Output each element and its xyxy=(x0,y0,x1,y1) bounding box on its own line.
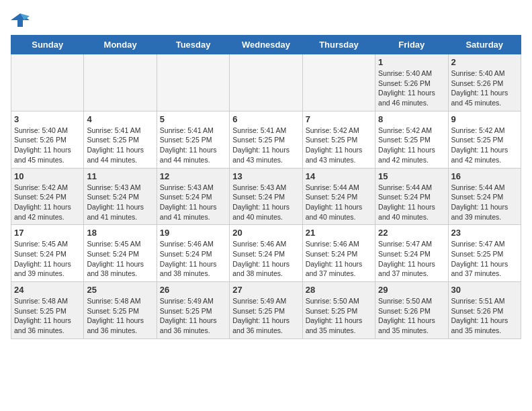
day-number: 20 xyxy=(232,228,299,238)
day-number: 9 xyxy=(451,114,518,124)
calendar-cell: 15Sunrise: 5:44 AM Sunset: 5:24 PM Dayli… xyxy=(375,168,448,225)
calendar-cell: 2Sunrise: 5:40 AM Sunset: 5:26 PM Daylig… xyxy=(448,54,521,111)
day-number: 12 xyxy=(160,171,226,181)
day-info: Sunrise: 5:41 AM Sunset: 5:25 PM Dayligh… xyxy=(87,126,153,165)
calendar-cell xyxy=(302,54,375,111)
page-header xyxy=(11,11,521,30)
day-info: Sunrise: 5:42 AM Sunset: 5:25 PM Dayligh… xyxy=(451,126,518,165)
day-number: 13 xyxy=(232,171,299,181)
day-number: 18 xyxy=(87,228,153,238)
weekday-header-friday: Friday xyxy=(375,36,448,54)
day-info: Sunrise: 5:40 AM Sunset: 5:26 PM Dayligh… xyxy=(14,126,81,165)
calendar-cell xyxy=(157,54,229,111)
calendar-cell: 29Sunrise: 5:50 AM Sunset: 5:26 PM Dayli… xyxy=(375,282,448,339)
day-info: Sunrise: 5:40 AM Sunset: 5:26 PM Dayligh… xyxy=(378,68,445,108)
calendar-cell xyxy=(230,54,302,111)
weekday-header-tuesday: Tuesday xyxy=(157,36,229,54)
day-number: 30 xyxy=(451,285,518,295)
day-info: Sunrise: 5:49 AM Sunset: 5:25 PM Dayligh… xyxy=(160,296,226,336)
calendar-cell: 4Sunrise: 5:41 AM Sunset: 5:25 PM Daylig… xyxy=(84,111,157,168)
day-number: 3 xyxy=(14,114,81,124)
day-number: 26 xyxy=(160,285,226,295)
day-number: 7 xyxy=(306,114,372,124)
calendar-cell: 1Sunrise: 5:40 AM Sunset: 5:26 PM Daylig… xyxy=(375,54,448,111)
day-number: 27 xyxy=(232,285,299,295)
day-number: 22 xyxy=(378,228,445,238)
calendar-cell: 22Sunrise: 5:47 AM Sunset: 5:24 PM Dayli… xyxy=(375,225,448,282)
day-number: 5 xyxy=(160,114,226,124)
day-number: 28 xyxy=(306,285,372,295)
calendar-cell: 18Sunrise: 5:45 AM Sunset: 5:24 PM Dayli… xyxy=(84,225,157,282)
weekday-header-monday: Monday xyxy=(84,36,157,54)
day-number: 19 xyxy=(160,228,226,238)
logo-icon xyxy=(11,11,30,30)
day-info: Sunrise: 5:46 AM Sunset: 5:24 PM Dayligh… xyxy=(232,239,299,279)
calendar-cell: 7Sunrise: 5:42 AM Sunset: 5:25 PM Daylig… xyxy=(302,111,375,168)
day-number: 29 xyxy=(378,285,445,295)
day-info: Sunrise: 5:51 AM Sunset: 5:26 PM Dayligh… xyxy=(451,296,518,336)
calendar-cell: 25Sunrise: 5:48 AM Sunset: 5:25 PM Dayli… xyxy=(84,282,157,339)
weekday-header-sunday: Sunday xyxy=(11,36,84,54)
calendar-cell: 28Sunrise: 5:50 AM Sunset: 5:25 PM Dayli… xyxy=(302,282,375,339)
calendar-cell: 23Sunrise: 5:47 AM Sunset: 5:25 PM Dayli… xyxy=(448,225,521,282)
day-info: Sunrise: 5:46 AM Sunset: 5:24 PM Dayligh… xyxy=(160,239,226,279)
calendar-cell: 19Sunrise: 5:46 AM Sunset: 5:24 PM Dayli… xyxy=(157,225,229,282)
day-number: 8 xyxy=(378,114,445,124)
calendar-cell: 20Sunrise: 5:46 AM Sunset: 5:24 PM Dayli… xyxy=(230,225,302,282)
day-number: 10 xyxy=(14,171,81,181)
day-info: Sunrise: 5:40 AM Sunset: 5:26 PM Dayligh… xyxy=(451,68,518,108)
day-info: Sunrise: 5:42 AM Sunset: 5:24 PM Dayligh… xyxy=(14,183,81,222)
day-number: 21 xyxy=(306,228,372,238)
day-info: Sunrise: 5:47 AM Sunset: 5:25 PM Dayligh… xyxy=(451,239,518,279)
day-info: Sunrise: 5:48 AM Sunset: 5:25 PM Dayligh… xyxy=(14,296,81,336)
calendar-cell xyxy=(84,54,157,111)
day-number: 1 xyxy=(378,57,445,67)
calendar-cell: 11Sunrise: 5:43 AM Sunset: 5:24 PM Dayli… xyxy=(84,168,157,225)
day-info: Sunrise: 5:44 AM Sunset: 5:24 PM Dayligh… xyxy=(451,183,518,222)
calendar-cell: 12Sunrise: 5:43 AM Sunset: 5:24 PM Dayli… xyxy=(157,168,229,225)
calendar-cell xyxy=(11,54,84,111)
day-info: Sunrise: 5:42 AM Sunset: 5:25 PM Dayligh… xyxy=(306,126,372,165)
calendar-cell: 26Sunrise: 5:49 AM Sunset: 5:25 PM Dayli… xyxy=(157,282,229,339)
day-info: Sunrise: 5:43 AM Sunset: 5:24 PM Dayligh… xyxy=(232,183,299,222)
calendar-cell: 27Sunrise: 5:49 AM Sunset: 5:25 PM Dayli… xyxy=(230,282,302,339)
day-info: Sunrise: 5:42 AM Sunset: 5:25 PM Dayligh… xyxy=(378,126,445,165)
calendar-cell: 13Sunrise: 5:43 AM Sunset: 5:24 PM Dayli… xyxy=(230,168,302,225)
calendar-cell: 8Sunrise: 5:42 AM Sunset: 5:25 PM Daylig… xyxy=(375,111,448,168)
calendar-cell: 10Sunrise: 5:42 AM Sunset: 5:24 PM Dayli… xyxy=(11,168,84,225)
calendar-cell: 24Sunrise: 5:48 AM Sunset: 5:25 PM Dayli… xyxy=(11,282,84,339)
day-number: 25 xyxy=(87,285,153,295)
day-number: 6 xyxy=(232,114,299,124)
calendar-cell: 3Sunrise: 5:40 AM Sunset: 5:26 PM Daylig… xyxy=(11,111,84,168)
day-info: Sunrise: 5:48 AM Sunset: 5:25 PM Dayligh… xyxy=(87,296,153,336)
weekday-header-thursday: Thursday xyxy=(302,36,375,54)
day-number: 11 xyxy=(87,171,153,181)
day-number: 16 xyxy=(451,171,518,181)
day-info: Sunrise: 5:49 AM Sunset: 5:25 PM Dayligh… xyxy=(232,296,299,336)
day-number: 17 xyxy=(14,228,81,238)
day-info: Sunrise: 5:45 AM Sunset: 5:24 PM Dayligh… xyxy=(14,239,81,279)
day-info: Sunrise: 5:45 AM Sunset: 5:24 PM Dayligh… xyxy=(87,239,153,279)
day-info: Sunrise: 5:50 AM Sunset: 5:25 PM Dayligh… xyxy=(306,296,372,336)
day-info: Sunrise: 5:46 AM Sunset: 5:24 PM Dayligh… xyxy=(306,239,372,279)
day-info: Sunrise: 5:44 AM Sunset: 5:24 PM Dayligh… xyxy=(306,183,372,222)
day-info: Sunrise: 5:50 AM Sunset: 5:26 PM Dayligh… xyxy=(378,296,445,336)
calendar-cell: 9Sunrise: 5:42 AM Sunset: 5:25 PM Daylig… xyxy=(448,111,521,168)
day-info: Sunrise: 5:43 AM Sunset: 5:24 PM Dayligh… xyxy=(160,183,226,222)
weekday-header-wednesday: Wednesday xyxy=(230,36,302,54)
calendar-cell: 14Sunrise: 5:44 AM Sunset: 5:24 PM Dayli… xyxy=(302,168,375,225)
day-number: 24 xyxy=(14,285,81,295)
calendar-table: SundayMondayTuesdayWednesdayThursdayFrid… xyxy=(11,35,521,339)
calendar-cell: 6Sunrise: 5:41 AM Sunset: 5:25 PM Daylig… xyxy=(230,111,302,168)
day-number: 4 xyxy=(87,114,153,124)
day-number: 15 xyxy=(378,171,445,181)
weekday-header-saturday: Saturday xyxy=(448,36,521,54)
logo xyxy=(11,11,32,30)
calendar-cell: 30Sunrise: 5:51 AM Sunset: 5:26 PM Dayli… xyxy=(448,282,521,339)
calendar-cell: 5Sunrise: 5:41 AM Sunset: 5:25 PM Daylig… xyxy=(157,111,229,168)
calendar-cell: 17Sunrise: 5:45 AM Sunset: 5:24 PM Dayli… xyxy=(11,225,84,282)
day-info: Sunrise: 5:41 AM Sunset: 5:25 PM Dayligh… xyxy=(232,126,299,165)
day-number: 23 xyxy=(451,228,518,238)
day-info: Sunrise: 5:44 AM Sunset: 5:24 PM Dayligh… xyxy=(378,183,445,222)
calendar-cell: 21Sunrise: 5:46 AM Sunset: 5:24 PM Dayli… xyxy=(302,225,375,282)
